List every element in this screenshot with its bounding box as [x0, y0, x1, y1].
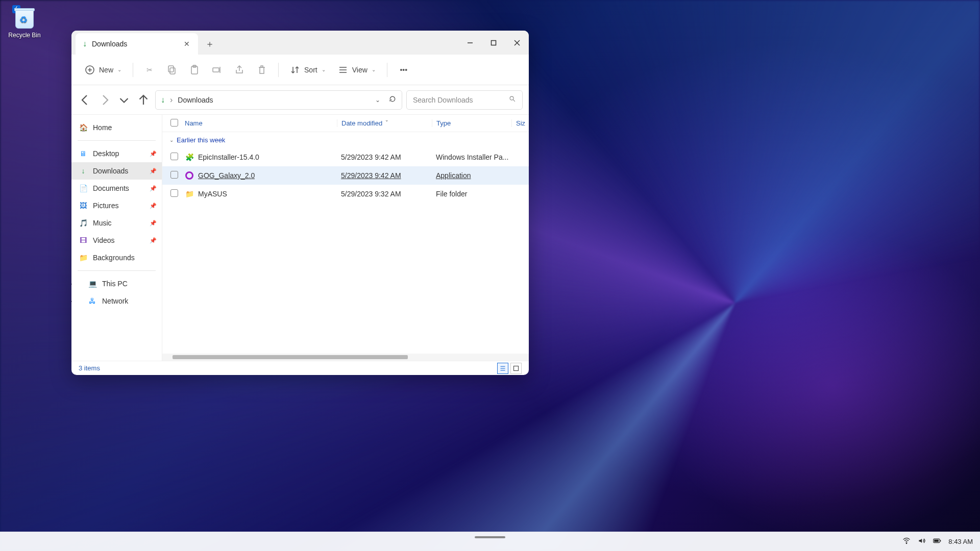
desktop-icon-recycle-bin[interactable]: ♻ Recycle Bin: [5, 5, 44, 39]
pin-icon: 📌: [150, 203, 157, 209]
minimize-button[interactable]: [458, 31, 482, 55]
file-name: GOG_Galaxy_2.0: [198, 171, 255, 180]
sidebar-item-backgrounds[interactable]: 📁 Backgrounds: [71, 249, 162, 266]
chevron-right-icon[interactable]: ›: [71, 298, 72, 304]
documents-icon: 📄: [79, 184, 88, 193]
recycle-bin-label: Recycle Bin: [5, 32, 44, 39]
clock[interactable]: 8:43 AM: [948, 538, 973, 545]
battery-icon[interactable]: [933, 537, 941, 546]
file-row[interactable]: GOG_Galaxy_2.05/29/2023 9:42 AMApplicati…: [162, 166, 529, 185]
svg-rect-8: [168, 66, 174, 72]
new-tab-button[interactable]: ＋: [198, 33, 222, 55]
details-view-button[interactable]: [497, 363, 508, 374]
rename-icon: [212, 65, 222, 75]
file-type: Windows Installer Pa...: [432, 153, 511, 161]
maximize-button[interactable]: [482, 31, 505, 55]
wifi-icon[interactable]: [902, 537, 911, 546]
taskbar-handle: [475, 536, 505, 538]
desktop-icon: 🖥: [79, 149, 88, 158]
file-explorer-window: ↓ Downloads ✕ ＋ New ⌄ ✂ Sort ⌄: [71, 31, 529, 375]
pin-icon: 📌: [150, 185, 157, 192]
file-icon: 🧩: [185, 153, 194, 162]
refresh-button[interactable]: [388, 95, 397, 105]
close-button[interactable]: [505, 31, 529, 55]
file-row[interactable]: 🧩EpicInstaller-15.4.05/29/2023 9:42 AMWi…: [162, 148, 529, 166]
chevron-down-icon: ⌄: [169, 137, 174, 143]
search-icon: [509, 95, 516, 104]
delete-button[interactable]: [252, 62, 272, 78]
recent-button[interactable]: [116, 92, 132, 108]
taskbar[interactable]: 8:43 AM: [0, 532, 980, 551]
sidebar-item-music[interactable]: 🎵 Music 📌: [71, 214, 162, 232]
breadcrumb-location[interactable]: Downloads: [178, 96, 213, 104]
copy-icon: [167, 65, 177, 75]
sidebar-item-videos[interactable]: 🎞 Videos 📌: [71, 232, 162, 249]
group-header[interactable]: ⌄ Earlier this week: [162, 132, 529, 148]
tab-title: Downloads: [92, 40, 177, 48]
status-text: 3 items: [79, 364, 100, 372]
sidebar-item-desktop[interactable]: 🖥 Desktop 📌: [71, 145, 162, 162]
file-name: EpicInstaller-15.4.0: [198, 153, 259, 161]
svg-rect-7: [170, 68, 175, 74]
file-date: 5/29/2023 9:32 AM: [337, 190, 432, 198]
sidebar-label: Desktop: [93, 149, 119, 158]
content-pane: Name ⌄Date modified Type Siz ⌄ Earlier t…: [162, 115, 529, 361]
downloads-icon: ↓: [83, 39, 87, 48]
sidebar-item-pictures[interactable]: 🖼 Pictures 📌: [71, 197, 162, 214]
paste-button[interactable]: [184, 62, 205, 78]
volume-icon[interactable]: [918, 537, 926, 546]
file-icon: [185, 171, 194, 180]
downloads-icon: ↓: [161, 95, 165, 105]
chevron-down-icon: ⌄: [372, 67, 376, 72]
more-button[interactable]: •••: [394, 62, 414, 78]
up-button[interactable]: [136, 92, 151, 108]
select-all-checkbox[interactable]: [170, 119, 178, 127]
column-date[interactable]: ⌄Date modified: [337, 119, 432, 127]
new-button[interactable]: New ⌄: [80, 62, 127, 78]
sidebar-item-downloads[interactable]: ↓ Downloads 📌: [71, 162, 162, 180]
sort-button[interactable]: Sort ⌄: [285, 62, 331, 78]
forward-button[interactable]: [97, 92, 112, 108]
cut-button[interactable]: ✂: [139, 62, 160, 78]
row-checkbox[interactable]: [170, 189, 178, 197]
sidebar-label: Pictures: [93, 202, 119, 210]
copy-button[interactable]: [162, 62, 182, 78]
sort-label: Sort: [304, 66, 317, 74]
view-button[interactable]: View ⌄: [333, 62, 381, 78]
pin-icon: 📌: [150, 151, 157, 157]
file-type: Application: [432, 171, 511, 180]
tab-close-button[interactable]: ✕: [182, 38, 192, 50]
titlebar[interactable]: ↓ Downloads ✕ ＋: [71, 31, 529, 55]
share-button[interactable]: [229, 62, 250, 78]
network-icon: 🖧: [88, 296, 97, 306]
tab-downloads[interactable]: ↓ Downloads ✕: [76, 33, 198, 55]
sidebar-item-documents[interactable]: 📄 Documents 📌: [71, 180, 162, 197]
chevron-down-icon[interactable]: ⌄: [375, 96, 380, 104]
view-icon: [338, 65, 348, 75]
column-name[interactable]: Name: [185, 119, 337, 127]
column-type[interactable]: Type: [432, 119, 511, 127]
trash-icon: [257, 65, 267, 75]
row-checkbox[interactable]: [170, 171, 178, 179]
sidebar-item-home[interactable]: 🏠 Home: [71, 119, 162, 136]
sidebar-label: Videos: [93, 236, 115, 244]
horizontal-scrollbar[interactable]: [162, 354, 529, 361]
rename-button[interactable]: [207, 62, 227, 78]
sidebar-item-this-pc[interactable]: › 💻 This PC: [71, 275, 162, 292]
search-input[interactable]: Search Downloads: [406, 90, 523, 110]
file-row[interactable]: 📁MyASUS5/29/2023 9:32 AMFile folder: [162, 185, 529, 203]
address-bar[interactable]: ↓ › Downloads ⌄: [155, 90, 402, 110]
downloads-icon: ↓: [79, 166, 88, 176]
icons-view-button[interactable]: [510, 363, 522, 374]
row-checkbox[interactable]: [170, 153, 178, 160]
toolbar: New ⌄ ✂ Sort ⌄ View ⌄ •••: [71, 55, 529, 85]
column-size[interactable]: Siz: [511, 119, 529, 127]
cut-icon: ✂: [144, 65, 155, 75]
scrollbar-thumb[interactable]: [173, 355, 408, 359]
sidebar-item-network[interactable]: › 🖧 Network: [71, 292, 162, 310]
pin-icon: 📌: [150, 168, 157, 174]
chevron-right-icon[interactable]: ›: [71, 281, 72, 287]
back-button[interactable]: [78, 92, 93, 108]
sidebar-label: Downloads: [93, 167, 128, 175]
new-label: New: [99, 66, 113, 74]
